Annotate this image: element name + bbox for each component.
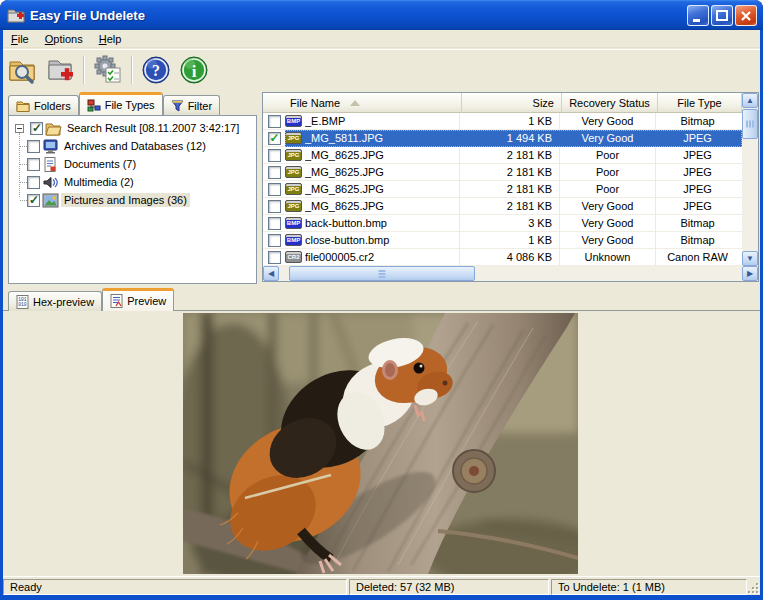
documents-icon	[42, 157, 59, 172]
preview-image-guinea-pig	[183, 313, 578, 574]
table-row-selected[interactable]: JPG_MG_5811.JPG1 494 KBVery GoodJPEG	[263, 130, 742, 147]
tree-item-multimedia[interactable]: Multimedia (2)	[9, 173, 256, 191]
close-button[interactable]	[735, 5, 757, 26]
row-checkbox[interactable]	[268, 149, 281, 162]
pictures-icon	[42, 193, 59, 208]
tree-root-label[interactable]: Search Result [08.11.2007 3:42:17]	[64, 121, 242, 135]
svg-text:i: i	[192, 62, 197, 81]
tree-item-documents[interactable]: Documents (7)	[9, 155, 256, 173]
row-checkbox[interactable]	[268, 132, 281, 145]
column-header-recovery-status[interactable]: Recovery Status	[562, 93, 658, 113]
table-row[interactable]: JPG_MG_8625.JPG2 181 KBVery GoodJPEG	[263, 198, 742, 215]
minimize-button[interactable]	[687, 5, 709, 26]
help-button[interactable]: ?	[137, 52, 175, 88]
menu-file[interactable]: File	[3, 32, 37, 46]
help-icon: ?	[140, 54, 172, 86]
table-row[interactable]: CR2file000005.cr24 086 KBUnknownCanon RA…	[263, 249, 742, 266]
svg-text:010: 010	[18, 302, 27, 307]
tree-item-label[interactable]: Documents (7)	[61, 157, 139, 171]
preview-pane	[3, 310, 760, 575]
preview-icon	[110, 294, 123, 308]
tree-root-checkbox[interactable]	[30, 122, 43, 135]
scan-folder-button[interactable]	[3, 52, 41, 88]
add-folder-icon	[44, 54, 76, 86]
tree-item-checkbox[interactable]	[27, 158, 40, 171]
horizontal-scroll-thumb[interactable]	[289, 266, 475, 281]
table-row[interactable]: BMPclose-button.bmp1 KBVery GoodBitmap	[263, 232, 742, 249]
tree-item-checkbox[interactable]	[27, 176, 40, 189]
resize-grip[interactable]	[746, 581, 759, 594]
tree-item-pictures[interactable]: Pictures and Images (36)	[9, 191, 256, 209]
minimize-icon	[691, 9, 705, 23]
tree-root-row[interactable]: Search Result [08.11.2007 3:42:17]	[9, 119, 256, 137]
title-bar[interactable]: Easy File Undelete	[0, 0, 763, 30]
vertical-scroll-thumb[interactable]	[742, 109, 758, 139]
archives-icon	[42, 139, 59, 154]
maximize-icon	[715, 9, 729, 23]
filter-funnel-icon	[171, 100, 184, 112]
sort-ascending-icon	[350, 100, 360, 106]
search-result-folder-icon	[45, 121, 62, 136]
table-row[interactable]: JPG_MG_8625.JPG2 181 KBPoorJPEG	[263, 147, 742, 164]
row-checkbox[interactable]	[268, 115, 281, 128]
column-header-file-type[interactable]: File Type	[658, 93, 742, 113]
row-checkbox[interactable]	[268, 234, 281, 247]
column-header-file-name[interactable]: File Name	[263, 93, 462, 113]
tree-item-label[interactable]: Multimedia (2)	[61, 175, 137, 189]
menu-help[interactable]: Help	[91, 32, 130, 46]
menu-options[interactable]: Options	[37, 32, 91, 46]
collapse-icon[interactable]	[15, 124, 24, 133]
add-folder-button[interactable]	[41, 52, 79, 88]
column-header-size[interactable]: Size	[462, 93, 562, 113]
tab-folders-label: Folders	[34, 100, 71, 112]
row-checkbox[interactable]	[268, 217, 281, 230]
vertical-scrollbar[interactable]: ▲ ▼	[742, 93, 758, 266]
maximize-button[interactable]	[711, 5, 733, 26]
tree-item-checkbox[interactable]	[27, 194, 40, 207]
tree-item-checkbox[interactable]	[27, 140, 40, 153]
table-row[interactable]: JPG_MG_8625.JPG2 181 KBPoorJPEG	[263, 181, 742, 198]
toolbar-separator	[131, 56, 133, 84]
toolbar-separator	[83, 56, 85, 84]
bmp-file-icon: BMP	[285, 115, 302, 127]
scroll-left-icon[interactable]: ◀	[263, 266, 279, 281]
cr2-file-icon: CR2	[285, 251, 302, 263]
horizontal-scrollbar[interactable]: ◀ ▶	[263, 266, 758, 281]
tree-item-label[interactable]: Archives and Databases (12)	[61, 139, 209, 153]
svg-text:?: ?	[152, 62, 160, 79]
tab-preview[interactable]: Preview	[102, 288, 174, 311]
row-checkbox[interactable]	[268, 200, 281, 213]
settings-button[interactable]	[89, 52, 127, 88]
file-types-tree: Search Result [08.11.2007 3:42:17] Archi…	[8, 115, 257, 284]
tab-folders[interactable]: Folders	[8, 95, 79, 115]
menu-bar: File Options Help	[3, 30, 760, 48]
scroll-right-icon[interactable]: ▶	[742, 266, 758, 281]
window-title: Easy File Undelete	[30, 8, 145, 23]
jpg-file-icon: JPG	[285, 166, 302, 178]
row-checkbox[interactable]	[268, 183, 281, 196]
status-deleted: Deleted: 57 (32 MB)	[349, 579, 549, 595]
multimedia-icon	[42, 175, 59, 190]
tree-item-label[interactable]: Pictures and Images (36)	[61, 193, 190, 207]
tab-file-types-label: File Types	[105, 99, 155, 111]
toolbar: ? i	[3, 49, 760, 89]
tab-hex-preview[interactable]: 101 010 Hex-preview	[8, 291, 102, 311]
about-button[interactable]: i	[175, 52, 213, 88]
table-row[interactable]: JPG_MG_8625.JPG2 181 KBPoorJPEG	[263, 164, 742, 181]
scroll-down-icon[interactable]: ▼	[742, 251, 758, 266]
table-row[interactable]: BMP_E.BMP1 KBVery GoodBitmap	[263, 113, 742, 130]
status-to-undelete: To Undelete: 1 (1 MB)	[551, 579, 747, 595]
jpg-file-icon: JPG	[285, 132, 302, 144]
info-icon: i	[178, 54, 210, 86]
row-checkbox[interactable]	[268, 166, 281, 179]
hex-preview-icon: 101 010	[16, 295, 29, 309]
table-row[interactable]: BMPback-button.bmp3 KBVery GoodBitmap	[263, 215, 742, 232]
row-checkbox[interactable]	[268, 251, 281, 264]
scroll-up-icon[interactable]: ▲	[742, 93, 758, 108]
tab-filter[interactable]: Filter	[163, 95, 220, 115]
tab-file-types[interactable]: File Types	[79, 92, 163, 115]
bmp-file-icon: BMP	[285, 217, 302, 229]
tree-item-archives[interactable]: Archives and Databases (12)	[9, 137, 256, 155]
app-icon	[7, 6, 25, 24]
window-border	[0, 30, 3, 600]
